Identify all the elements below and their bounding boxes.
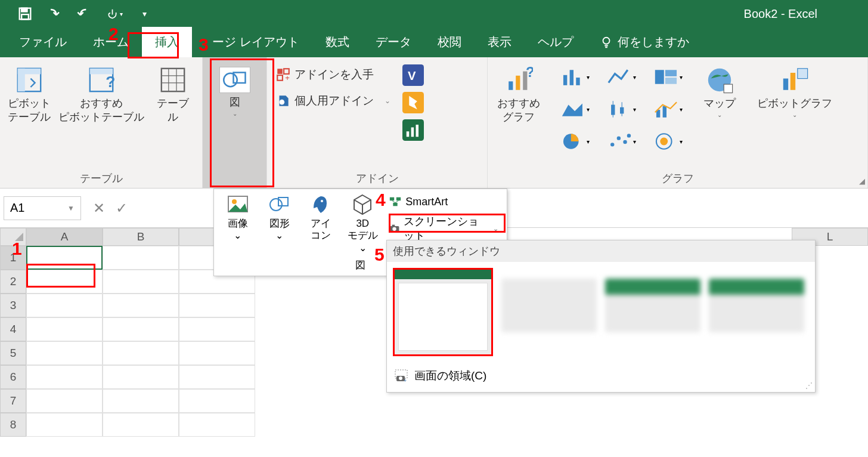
pivot-chart-button[interactable]: ピボットグラフ ⌄ <box>754 62 836 122</box>
cell[interactable] <box>103 341 179 365</box>
row-header-7[interactable]: 7 <box>0 389 26 413</box>
cell[interactable] <box>26 341 103 365</box>
recommended-pivot-button[interactable]: ? おすすめ ピボットテーブル <box>58 62 145 128</box>
row-header-6[interactable]: 6 <box>0 365 26 389</box>
map-chart-button[interactable]: マップ ⌄ <box>699 62 740 122</box>
insert-shapes-button[interactable]: 図形⌄ <box>261 193 299 254</box>
cell[interactable] <box>179 294 255 317</box>
insert-image-button[interactable]: 画像⌄ <box>219 193 257 254</box>
illustrations-button[interactable]: 図 ⌄ <box>203 63 266 121</box>
tab-page-layout[interactable]: ージ レイアウト <box>192 27 312 57</box>
screen-clipping-button[interactable]: + 画面の領域(C) <box>387 362 815 392</box>
tab-file[interactable]: ファイル <box>6 27 80 57</box>
svg-rect-35 <box>576 78 579 85</box>
enter-icon[interactable]: ✓ <box>116 200 128 217</box>
window-title: Book2 - Excel <box>744 7 817 21</box>
dialog-launcher-icon[interactable]: ◢ <box>859 177 865 186</box>
tab-data[interactable]: データ <box>362 27 424 57</box>
visio-addin-icon[interactable]: V <box>402 64 424 86</box>
col-header-B[interactable]: B <box>103 228 179 246</box>
cell[interactable] <box>179 365 255 389</box>
resize-grip-icon[interactable]: ⋰ <box>805 381 813 390</box>
window-thumbnail-3[interactable] <box>605 279 700 332</box>
surface-chart-button[interactable]: ▾ <box>650 126 686 156</box>
chevron-down-icon: ⌄ <box>717 112 722 118</box>
touch-mode-icon[interactable]: ▾ <box>106 5 123 22</box>
formula-bar-buttons: ✕ ✓ <box>93 200 128 217</box>
cell[interactable] <box>26 413 103 437</box>
svg-point-49 <box>627 134 630 137</box>
tab-view[interactable]: 表示 <box>475 27 525 57</box>
cell[interactable] <box>103 270 179 294</box>
tab-review[interactable]: 校閲 <box>424 27 475 57</box>
qat-customize-icon[interactable]: ▾ <box>136 5 153 22</box>
bing-addin-icon[interactable] <box>402 92 424 113</box>
shapes-group-icon <box>219 67 250 93</box>
pivot-table-button[interactable]: ピボット テーブル <box>6 62 53 128</box>
cell[interactable] <box>103 389 179 413</box>
name-box[interactable]: A1 ▼ <box>4 196 81 220</box>
cell[interactable] <box>103 246 179 270</box>
window-thumbnail-2[interactable] <box>501 279 597 332</box>
column-chart-button[interactable]: ▾ <box>557 62 593 92</box>
combo-chart-button[interactable]: ▾ <box>650 94 686 124</box>
redo-icon[interactable] <box>76 5 93 22</box>
cell[interactable] <box>179 341 255 365</box>
row-header-4[interactable]: 4 <box>0 317 26 341</box>
smartart-button[interactable]: SmartArt <box>385 194 502 209</box>
cell[interactable] <box>103 294 179 317</box>
table-button[interactable]: テーブル <box>149 62 196 128</box>
cell[interactable] <box>103 365 179 389</box>
window-thumbnail-1[interactable] <box>393 268 493 356</box>
chevron-down-icon: ▼ <box>67 204 75 212</box>
group-tables-label: テーブル <box>6 169 196 186</box>
cell[interactable] <box>103 413 179 437</box>
svg-rect-1 <box>21 8 27 12</box>
cell[interactable] <box>179 413 255 437</box>
cube-icon <box>351 193 374 217</box>
group-addins-label: アドイン <box>273 169 481 186</box>
cell[interactable] <box>179 317 255 341</box>
cell[interactable] <box>26 317 103 341</box>
svg-rect-55 <box>790 73 795 90</box>
my-addins-button[interactable]: 個人用アドイン ⌄ <box>275 93 390 109</box>
illustrations-label: 図 <box>230 95 240 109</box>
group-illustrations: 図 ⌄ <box>203 57 267 188</box>
cell[interactable] <box>103 317 179 341</box>
cell[interactable] <box>26 270 103 294</box>
row-header-3[interactable]: 3 <box>0 294 26 317</box>
tab-help[interactable]: ヘルプ <box>525 27 587 57</box>
people-graph-addin-icon[interactable] <box>402 119 424 141</box>
svg-rect-26 <box>407 131 410 137</box>
row-header-5[interactable]: 5 <box>0 341 26 365</box>
insert-icons-button[interactable]: アイ コン <box>302 193 340 254</box>
row-header-2[interactable]: 2 <box>0 270 26 294</box>
statistic-chart-button[interactable]: ▾ <box>603 94 639 124</box>
cancel-icon[interactable]: ✕ <box>93 200 105 217</box>
screenshot-label: スクリーンショット <box>404 214 487 243</box>
cell[interactable] <box>26 365 103 389</box>
cell[interactable] <box>179 389 255 413</box>
cell-A1[interactable] <box>26 246 103 270</box>
group-addins: + アドインを入手 個人用アドイン ⌄ V アドイン <box>267 57 488 188</box>
tell-me[interactable]: 何をしますか <box>587 27 702 57</box>
svg-text:V: V <box>408 69 416 82</box>
area-chart-button[interactable]: ▾ <box>557 94 593 124</box>
col-header-A[interactable]: A <box>26 228 103 246</box>
tab-formulas[interactable]: 数式 <box>312 27 362 57</box>
get-addins-button[interactable]: + アドインを入手 <box>275 67 390 82</box>
row-header-8[interactable]: 8 <box>0 413 26 437</box>
save-icon[interactable] <box>17 5 33 22</box>
hierarchy-chart-button[interactable]: ▾ <box>650 62 686 92</box>
window-thumbnail-4[interactable] <box>709 279 804 332</box>
recommended-charts-button[interactable]: ? おすすめ グラフ <box>494 62 544 128</box>
scatter-chart-button[interactable]: ▾ <box>603 126 639 156</box>
pie-chart-button[interactable]: ▾ <box>557 126 593 156</box>
insert-icons-label: アイ コン <box>311 218 331 242</box>
cell[interactable] <box>26 294 103 317</box>
cell[interactable] <box>26 389 103 413</box>
chevron-down-icon: ⌄ <box>493 225 498 233</box>
line-chart-button[interactable]: ▾ <box>603 62 639 92</box>
undo-icon[interactable] <box>46 5 63 22</box>
tab-insert[interactable]: 挿入 <box>142 27 192 57</box>
